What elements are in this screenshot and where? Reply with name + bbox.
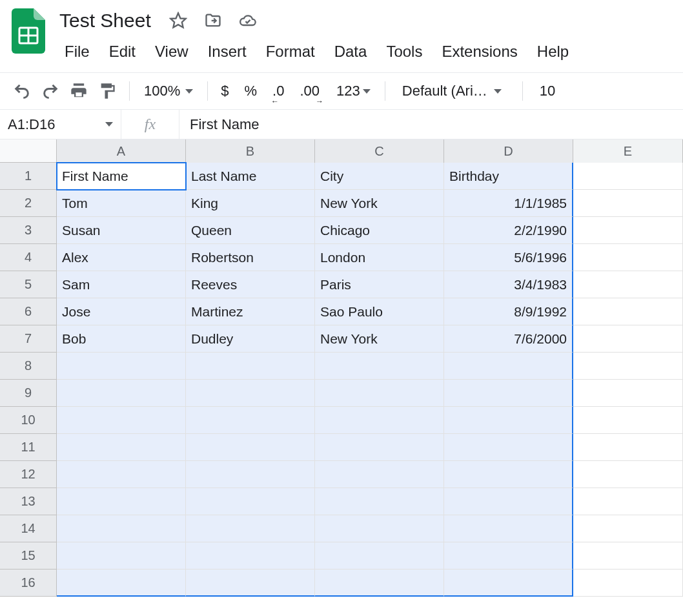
star-icon[interactable]: [167, 9, 190, 32]
increase-decimal-button[interactable]: .00 →: [297, 83, 322, 99]
name-box[interactable]: A1:D16: [0, 110, 121, 139]
cell[interactable]: Queen: [186, 217, 315, 244]
cell[interactable]: Jose: [57, 298, 186, 325]
cell[interactable]: [57, 434, 186, 461]
cell[interactable]: [315, 434, 444, 461]
cell[interactable]: [573, 570, 683, 597]
cell[interactable]: [315, 515, 444, 542]
cell[interactable]: [573, 488, 683, 515]
menu-insert[interactable]: Insert: [199, 39, 256, 65]
cell[interactable]: [444, 488, 573, 515]
cell[interactable]: King: [186, 190, 315, 217]
cell[interactable]: 3/4/1983: [444, 271, 573, 298]
cell[interactable]: [57, 542, 186, 570]
row-header[interactable]: 11: [0, 434, 57, 461]
print-icon[interactable]: [67, 79, 90, 103]
row-header[interactable]: 13: [0, 488, 57, 515]
cell[interactable]: [186, 542, 315, 570]
cell[interactable]: Last Name: [186, 163, 315, 190]
menu-help[interactable]: Help: [528, 39, 578, 65]
cell[interactable]: [57, 353, 186, 380]
row-header[interactable]: 16: [0, 570, 57, 597]
cell[interactable]: [444, 380, 573, 407]
cloud-status-icon[interactable]: [236, 9, 260, 32]
row-header[interactable]: 1: [0, 163, 57, 190]
row-header[interactable]: 3: [0, 217, 57, 244]
paint-format-icon[interactable]: [96, 79, 119, 103]
move-to-folder-icon[interactable]: [201, 9, 225, 32]
cell[interactable]: 2/2/1990: [444, 217, 573, 244]
cell[interactable]: [57, 570, 186, 597]
row-header[interactable]: 9: [0, 380, 57, 407]
cell[interactable]: [444, 570, 573, 597]
column-header-c[interactable]: C: [315, 139, 444, 163]
font-size-input[interactable]: 10: [533, 83, 562, 99]
cell[interactable]: [186, 488, 315, 515]
cell[interactable]: [573, 190, 683, 217]
cell[interactable]: Alex: [57, 244, 186, 271]
cell[interactable]: [573, 271, 683, 298]
decrease-decimal-button[interactable]: .0 ←: [270, 83, 287, 99]
column-header-e[interactable]: E: [573, 139, 683, 163]
menu-tools[interactable]: Tools: [377, 39, 431, 65]
cell[interactable]: 8/9/1992: [444, 298, 573, 325]
menu-extensions[interactable]: Extensions: [433, 39, 526, 65]
row-header[interactable]: 14: [0, 515, 57, 542]
cell[interactable]: [186, 434, 315, 461]
cell[interactable]: Bob: [57, 325, 186, 353]
cell[interactable]: [315, 353, 444, 380]
cell[interactable]: New York: [315, 190, 444, 217]
cell[interactable]: [573, 461, 683, 488]
cell[interactable]: Susan: [57, 217, 186, 244]
cell[interactable]: [573, 325, 683, 353]
row-header[interactable]: 10: [0, 407, 57, 434]
cell[interactable]: [186, 353, 315, 380]
cell[interactable]: New York: [315, 325, 444, 353]
cell[interactable]: [444, 461, 573, 488]
cell[interactable]: [444, 515, 573, 542]
format-percent-button[interactable]: %: [242, 83, 260, 99]
cell[interactable]: Martinez: [186, 298, 315, 325]
redo-icon[interactable]: [39, 79, 62, 103]
zoom-dropdown[interactable]: 100%: [140, 83, 197, 99]
row-header[interactable]: 4: [0, 244, 57, 271]
menu-view[interactable]: View: [146, 39, 198, 65]
cell[interactable]: [57, 407, 186, 434]
cell[interactable]: [573, 542, 683, 570]
document-title[interactable]: Test Sheet: [56, 8, 155, 33]
cell[interactable]: [573, 380, 683, 407]
cell[interactable]: Robertson: [186, 244, 315, 271]
cell[interactable]: [315, 542, 444, 570]
undo-icon[interactable]: [10, 79, 34, 103]
font-family-dropdown[interactable]: Default (Ari…: [396, 83, 512, 99]
column-header-a[interactable]: A: [57, 139, 186, 163]
cell[interactable]: Chicago: [315, 217, 444, 244]
cell[interactable]: [573, 244, 683, 271]
cell[interactable]: London: [315, 244, 444, 271]
menu-file[interactable]: File: [56, 39, 99, 65]
formula-input[interactable]: First Name: [179, 110, 683, 139]
more-formats-dropdown[interactable]: 123: [332, 83, 374, 99]
cell[interactable]: [186, 407, 315, 434]
cell[interactable]: Dudley: [186, 325, 315, 353]
cell[interactable]: City: [315, 163, 444, 190]
menu-edit[interactable]: Edit: [100, 39, 145, 65]
cell[interactable]: Tom: [57, 190, 186, 217]
cell[interactable]: [573, 217, 683, 244]
cell[interactable]: [573, 434, 683, 461]
menu-format[interactable]: Format: [257, 39, 324, 65]
cell[interactable]: [186, 515, 315, 542]
cell[interactable]: First Name: [57, 163, 186, 190]
cell[interactable]: [315, 488, 444, 515]
cell[interactable]: [315, 570, 444, 597]
cell[interactable]: [57, 461, 186, 488]
column-header-d[interactable]: D: [444, 139, 573, 163]
select-all-corner[interactable]: [0, 139, 57, 163]
row-header[interactable]: 8: [0, 353, 57, 380]
cell[interactable]: [573, 407, 683, 434]
sheets-logo-icon[interactable]: [10, 6, 46, 56]
cell[interactable]: [573, 298, 683, 325]
row-header[interactable]: 5: [0, 271, 57, 298]
cell[interactable]: Birthday: [444, 163, 573, 190]
cell[interactable]: [186, 461, 315, 488]
